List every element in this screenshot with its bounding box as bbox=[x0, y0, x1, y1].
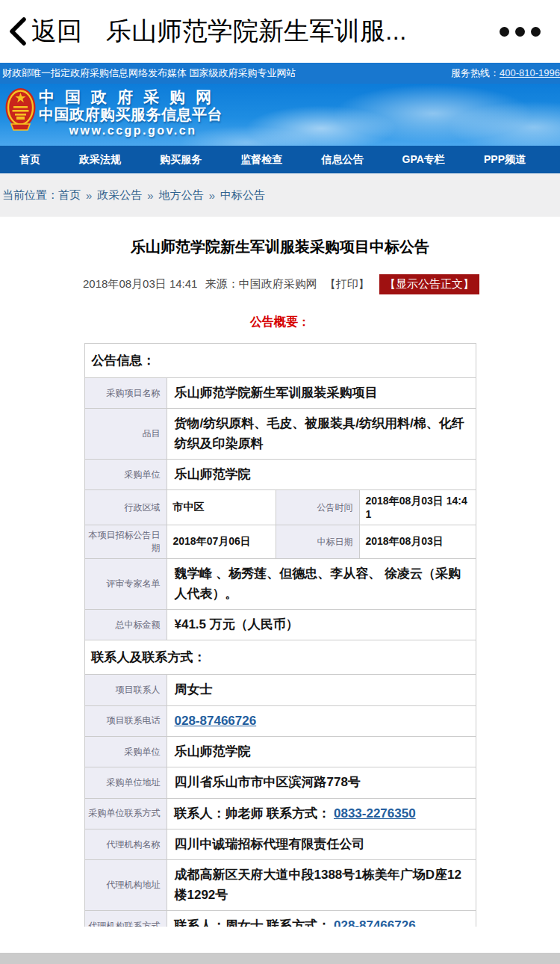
breadcrumb: 当前位置： 首页 » 政采公告 » 地方公告 » 中标公告 bbox=[0, 173, 560, 217]
table-row: 采购项目名称 乐山师范学院新生军训服装采购项目 bbox=[84, 378, 476, 409]
back-chevron-icon bbox=[7, 16, 27, 46]
table-row: 本项目招标公告日期 2018年07月06日 中标日期 2018年08月03日 bbox=[84, 525, 476, 559]
row-label: 评审专家名单 bbox=[84, 559, 167, 610]
category-value: 货物/纺织原料、毛皮、被服装具/纺织用料/棉、化纤纺织及印染原料 bbox=[167, 409, 476, 460]
project-phone-link[interactable]: 028-87466726 bbox=[175, 714, 257, 728]
hotline: 服务热线：400-810-1996 bbox=[451, 67, 560, 80]
nav-item-announcements[interactable]: 信息公告 bbox=[321, 153, 363, 167]
breadcrumb-label: 当前位置： bbox=[2, 188, 58, 203]
table-row: 代理机构名称 四川中诚瑞招标代理有限责任公司 bbox=[84, 829, 476, 860]
table-row: 项目联系电话 028-87466726 bbox=[84, 705, 476, 736]
site-tagline: 财政部唯一指定政府采购信息网络发布媒体 国家级政府采购专业网站 bbox=[2, 67, 296, 80]
row-label: 本项目招标公告日期 bbox=[84, 525, 167, 559]
row-label: 项目联系电话 bbox=[84, 705, 167, 736]
table-row: 采购单位地址 四川省乐山市市中区滨河路778号 bbox=[84, 767, 476, 798]
site-name: 中国政府采购网 bbox=[39, 88, 227, 106]
row-label: 品目 bbox=[84, 409, 167, 460]
section-contacts: 联系人及联系方式： bbox=[84, 640, 476, 675]
nav-item-home[interactable]: 首页 bbox=[19, 153, 40, 167]
award-date-value: 2018年08月03日 bbox=[359, 525, 476, 559]
row-label: 采购单位 bbox=[84, 737, 167, 767]
nav-item-supervision[interactable]: 监督检查 bbox=[240, 153, 282, 167]
back-label: 返回 bbox=[31, 14, 82, 49]
nav-item-regulations[interactable]: 政采法规 bbox=[79, 153, 121, 167]
ellipsis-icon bbox=[500, 27, 509, 37]
breadcrumb-award-notices[interactable]: 中标公告 bbox=[220, 188, 265, 203]
purchaser-address-value: 四川省乐山市市中区滨河路778号 bbox=[167, 767, 476, 798]
site-banner: 中国政府采购网 中国政府购买服务信息平台 www.ccgp.gov.cn bbox=[0, 84, 560, 146]
table-row: 品目 货物/纺织原料、毛皮、被服装具/纺织用料/棉、化纤纺织及印染原料 bbox=[84, 409, 476, 460]
article-title: 乐山师范学院新生军训服装采购项目中标公告 bbox=[0, 237, 560, 257]
article-meta: 2018年08月03日 14:41 来源：中国政府采购网 【打印】 【显示公告正… bbox=[0, 274, 560, 294]
agency-address-value: 成都高新区天府大道中段1388号1栋美年广场D座12楼1292号 bbox=[167, 860, 476, 911]
project-contact-value: 周女士 bbox=[167, 675, 476, 705]
announcement-table: 公告信息： 采购项目名称 乐山师范学院新生军训服装采购项目 品目 货物/纺织原料… bbox=[84, 343, 476, 927]
agency-contact-value: 联系人：周女士 联系方式： 028-87466726 bbox=[167, 911, 476, 927]
breadcrumb-separator: » bbox=[86, 189, 92, 202]
breadcrumb-home[interactable]: 首页 bbox=[58, 188, 81, 203]
national-emblem-icon bbox=[5, 87, 36, 133]
publish-time-value: 2018年08月03日 14:41 bbox=[359, 490, 476, 525]
row-label: 代理机构名称 bbox=[84, 829, 167, 860]
project-name-value: 乐山师范学院新生军训服装采购项目 bbox=[167, 378, 476, 409]
site-top-strip: 财政部唯一指定政府采购信息网络发布媒体 国家级政府采购专业网站 服务热线：400… bbox=[0, 63, 560, 84]
row-label: 代理机构联系方式 bbox=[84, 911, 167, 927]
main-nav: 首页 政采法规 购买服务 监督检查 信息公告 GPA专栏 PPP频道 bbox=[0, 146, 560, 173]
show-announcement-body-button[interactable]: 【显示公告正文】 bbox=[379, 274, 479, 294]
purchaser-value: 乐山师范学院 bbox=[167, 460, 476, 490]
site-subtitle: 中国政府购买服务信息平台 bbox=[39, 106, 227, 123]
table-row: 总中标金额 ¥41.5 万元（人民币） bbox=[84, 610, 476, 640]
hotline-number-link[interactable]: 400-810-1996 bbox=[500, 67, 560, 78]
row-label: 采购单位联系方式 bbox=[84, 798, 167, 829]
table-row: 项目联系人 周女士 bbox=[84, 675, 476, 705]
experts-value: 魏学峰 、杨秀莲、但德忠、李从容、 徐凌云（采购人代表）。 bbox=[167, 559, 476, 610]
table-row: 采购单位 乐山师范学院 bbox=[84, 460, 476, 490]
table-row: 采购单位联系方式 联系人：帅老师 联系方式： 0833-2276350 bbox=[84, 798, 476, 829]
print-button[interactable]: 【打印】 bbox=[325, 277, 370, 290]
table-row: 代理机构联系方式 联系人：周女士 联系方式： 028-87466726 bbox=[84, 911, 476, 927]
breadcrumb-local-notices[interactable]: 地方公告 bbox=[159, 188, 204, 203]
site-url: www.ccgp.gov.cn bbox=[39, 123, 227, 138]
table-row: 行政区域 市中区 公告时间 2018年08月03日 14:41 bbox=[84, 490, 476, 525]
table-row: 代理机构地址 成都高新区天府大道中段1388号1栋美年广场D座12楼1292号 bbox=[84, 860, 476, 911]
row-label: 采购单位 bbox=[84, 460, 167, 490]
row-label: 采购项目名称 bbox=[84, 378, 167, 409]
breadcrumb-procurement-notices[interactable]: 政采公告 bbox=[97, 188, 142, 203]
table-row: 采购单位 乐山师范学院 bbox=[84, 737, 476, 767]
section-announcement-info: 公告信息： bbox=[84, 344, 476, 378]
row-label: 项目联系人 bbox=[84, 675, 167, 705]
region-value: 市中区 bbox=[167, 490, 276, 525]
purchaser-phone-link[interactable]: 0833-2276350 bbox=[334, 806, 416, 821]
total-amount-value: ¥41.5 万元（人民币） bbox=[167, 610, 476, 640]
hotline-label: 服务热线： bbox=[451, 67, 500, 78]
webview-page-title: 乐山师范学院新生军训服... bbox=[106, 14, 498, 49]
article-content: 乐山师范学院新生军训服装采购项目中标公告 2018年08月03日 14:41 来… bbox=[0, 217, 560, 927]
summary-heading: 公告概要： bbox=[0, 315, 560, 330]
table-row: 评审专家名单 魏学峰 、杨秀莲、但德忠、李从容、 徐凌云（采购人代表）。 bbox=[84, 559, 476, 610]
purchaser-contact-value: 联系人：帅老师 联系方式： 0833-2276350 bbox=[167, 798, 476, 829]
site-logo[interactable]: 中国政府采购网 中国政府购买服务信息平台 www.ccgp.gov.cn bbox=[39, 84, 227, 138]
tender-notice-date-value: 2018年07月06日 bbox=[167, 525, 276, 559]
row-label: 公告时间 bbox=[276, 490, 359, 525]
row-label: 代理机构地址 bbox=[84, 860, 167, 911]
back-button[interactable]: 返回 bbox=[7, 14, 82, 49]
mobile-header: 返回 乐山师范学院新生军训服... bbox=[0, 0, 560, 63]
nav-item-gpa[interactable]: GPA专栏 bbox=[402, 153, 445, 167]
purchaser2-value: 乐山师范学院 bbox=[167, 737, 476, 767]
agency-name-value: 四川中诚瑞招标代理有限责任公司 bbox=[167, 829, 476, 860]
more-menu-button[interactable] bbox=[498, 19, 542, 44]
nav-item-purchase-services[interactable]: 购买服务 bbox=[160, 153, 202, 167]
article-source: 来源：中国政府采购网 bbox=[205, 277, 317, 290]
row-label: 中标日期 bbox=[276, 525, 359, 559]
page-footer: © 1999-2018 中华人民共和国财政部版权所有 | 联系我们 | 意见反馈… bbox=[0, 953, 560, 964]
article-datetime: 2018年08月03日 14:41 bbox=[83, 277, 197, 290]
row-label: 总中标金额 bbox=[84, 610, 167, 640]
row-label: 采购单位地址 bbox=[84, 767, 167, 798]
agency-phone-link[interactable]: 028-87466726 bbox=[334, 918, 416, 927]
row-label: 行政区域 bbox=[84, 490, 167, 525]
nav-item-ppp[interactable]: PPP频道 bbox=[484, 153, 526, 167]
